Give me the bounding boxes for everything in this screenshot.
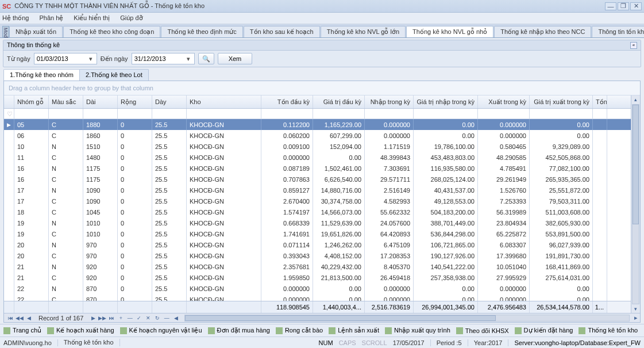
filter-nhaptk[interactable]	[365, 109, 414, 119]
bottomnav-6[interactable]: Nhập xuất quy trình	[385, 327, 450, 334]
nav-collapse-icon[interactable]: —	[163, 315, 171, 322]
tab-3[interactable]: Tồn kho sau kế hoạch	[244, 26, 320, 37]
table-row[interactable]: 18C1045025.5KHOCĐ-GN1.57419714,566,073.0…	[4, 206, 631, 217]
col-mau-sac[interactable]: Màu sắc	[49, 95, 83, 108]
filter-rong[interactable]	[118, 109, 152, 119]
menu-giupdo[interactable]: Giúp đỡ	[120, 14, 142, 22]
col-dai[interactable]: Dài	[83, 95, 118, 108]
col-rong[interactable]: Rộng	[118, 95, 152, 108]
vertical-scrollbar[interactable]: ▴ ▾	[631, 95, 640, 313]
filter-dai[interactable]	[83, 109, 118, 119]
col-xuat-trong-ky[interactable]: Xuất trong kỳ	[478, 95, 530, 108]
filter-funnel-icon[interactable]: ♡	[4, 109, 14, 119]
col-ton-cuoi[interactable]: Tồn c	[593, 95, 607, 108]
filter-day[interactable]	[152, 109, 187, 119]
search-icon-button[interactable]: 🔍	[198, 53, 214, 64]
table-row[interactable]: 21C920025.5KHOCĐ-GN1.95985021,813,500.00…	[4, 272, 631, 283]
close-button[interactable]: ✕	[630, 2, 642, 10]
filter-collapse-button[interactable]: «	[630, 42, 637, 49]
table-row[interactable]: 19N1010025.5KHOCĐ-GN0.66833911,529,639.0…	[4, 217, 631, 228]
to-date-input[interactable]: 31/12/2013 ▾	[132, 53, 195, 64]
filter-tondk[interactable]	[261, 109, 313, 119]
minimize-button[interactable]: —	[605, 2, 616, 10]
col-day[interactable]: Dày	[152, 95, 187, 108]
table-row[interactable]: 20N970025.5KHOCĐ-GN0.0711141,246,262.006…	[4, 239, 631, 250]
table-row[interactable]: ▶05C1880025.5KHOCĐ-GN0.1122001,165,229.0…	[4, 119, 631, 130]
nav-last-icon[interactable]: ⏭	[107, 315, 115, 322]
h-scroll-track[interactable]	[184, 315, 630, 322]
table-row[interactable]: 22N870025.5KHOCĐ-GN0.0000000.000.0000000…	[4, 283, 631, 294]
bottomnav-2[interactable]: Kế hoạch nguyên vật liệu	[120, 327, 202, 334]
tab-1[interactable]: Thống kê theo kho công đoạn	[63, 26, 160, 37]
nav-add-icon[interactable]: +	[117, 315, 125, 322]
nav-check-icon[interactable]: ✓	[135, 315, 143, 322]
tab-4[interactable]: Thống kê kho NVL gỗ lớn	[321, 26, 406, 37]
menu-kieuhienthi[interactable]: Kiểu hiển thị	[74, 14, 110, 22]
v-scroll-thumb[interactable]	[633, 105, 639, 224]
bottomnav-5[interactable]: Lệnh sản xuất	[329, 327, 379, 334]
nav-refresh-icon[interactable]: ↻	[153, 315, 161, 322]
tab-2[interactable]: Thống kê theo định mức	[161, 26, 242, 37]
filter-gtntk[interactable]	[414, 109, 478, 119]
scroll-down-icon[interactable]: ▾	[631, 305, 640, 313]
table-row[interactable]: 22C870025.5KHOCĐ-GN0.0000000.000.0000000…	[4, 294, 631, 301]
table-row[interactable]: 06C1860025.5KHOCĐ-GN0.060200607,299.000.…	[4, 130, 631, 141]
from-date-dropdown-icon[interactable]: ▾	[87, 55, 94, 63]
filter-gtxtk[interactable]	[530, 109, 593, 119]
nav-first-icon[interactable]: ⏮	[6, 315, 14, 322]
subtab-theo-nhom[interactable]: 1.Thống kê theo nhóm	[3, 69, 80, 81]
table-row[interactable]: 11C1480025.5KHOCĐ-GN0.0000000.0048.39984…	[4, 152, 631, 163]
table-row[interactable]: 16N1175025.5KHOCĐ-GN0.0871891,502,461.00…	[4, 163, 631, 174]
table-row[interactable]: 19C1010025.5KHOCĐ-GN1.74169119,651,826.0…	[4, 228, 631, 239]
table-row[interactable]: 17N1090025.5KHOCĐ-GN0.85912714,880,716.0…	[4, 185, 631, 196]
filter-nhom[interactable]	[14, 109, 49, 119]
menu-hethong[interactable]: Hệ thống	[2, 14, 29, 22]
table-row[interactable]: 20C970025.5KHOCĐ-GN0.3930434,408,152.001…	[4, 250, 631, 261]
subtab-theo-lot[interactable]: 2.Thống kê theo Lot	[79, 69, 149, 81]
table-row[interactable]: 10N1510025.5KHOCĐ-GN0.009100152,094.001.…	[4, 141, 631, 152]
col-gia-tri-nhap[interactable]: Giá trị nhập trong kỳ	[414, 95, 478, 108]
to-date-dropdown-icon[interactable]: ▾	[185, 55, 192, 63]
filter-gtdk[interactable]	[313, 109, 365, 119]
tab-5[interactable]: Thống kê kho NVL gỗ nhỏ	[406, 26, 493, 37]
nav-prev-icon[interactable]: ◀	[25, 315, 33, 322]
col-ton-dau-ky[interactable]: Tồn đầu kỳ	[261, 95, 313, 108]
col-nhap-trong-ky[interactable]: Nhập trong kỳ	[365, 95, 414, 108]
tab-6[interactable]: Thống kê nhập kho theo NCC	[494, 26, 591, 37]
col-gia-tri-xuat[interactable]: Giá trị xuất trong kỳ	[530, 95, 593, 108]
grid-body[interactable]: ▶05C1880025.5KHOCĐ-GN0.1122001,165,229.0…	[4, 119, 631, 301]
filter-xuattk[interactable]	[478, 109, 530, 119]
col-gia-tri-dau-ky[interactable]: Giá trị đầu kỳ	[313, 95, 365, 108]
xem-button[interactable]: Xem	[218, 53, 253, 64]
table-row[interactable]: 21N920025.5KHOCĐ-GN2.35768140,229,432.00…	[4, 261, 631, 272]
filter-ton[interactable]	[593, 109, 607, 119]
restore-button[interactable]: ❐	[618, 2, 629, 10]
filter-kho[interactable]	[187, 109, 261, 119]
from-date-input[interactable]: 01/03/2013 ▾	[34, 53, 97, 64]
h-scroll-right-icon[interactable]: ▸	[632, 314, 640, 322]
bottomnav-8[interactable]: Dự kiến đặt hàng	[515, 327, 573, 334]
group-by-hint[interactable]: Drag a column header here to group by th…	[4, 81, 640, 95]
nav-prev-page-icon[interactable]: ◀◀	[16, 315, 24, 322]
table-row[interactable]: 17C1090025.5KHOCĐ-GN2.67040030,374,758.0…	[4, 196, 631, 206]
bottomnav-1[interactable]: Kế hoạch xuất hàng	[47, 327, 114, 334]
bottomnav-9[interactable]: Thống kê tồn kho	[579, 327, 638, 334]
col-nhom-go[interactable]: Nhóm gỗ	[14, 95, 49, 108]
tab-0[interactable]: Nhập xuất tồn	[9, 26, 63, 37]
sidebar-modules-tab[interactable]: Modules	[2, 26, 9, 37]
nav-next-icon[interactable]: ▶	[89, 315, 97, 322]
nav-cancel-icon[interactable]: ✕	[144, 315, 152, 322]
bottomnav-4[interactable]: Rong cắt bào	[276, 327, 323, 334]
h-scroll-thumb[interactable]	[185, 315, 496, 321]
bottomnav-7[interactable]: Theo dõi KHSX	[456, 327, 509, 334]
col-indicator[interactable]	[4, 95, 14, 108]
nav-delete-icon[interactable]: —	[126, 315, 134, 322]
scroll-up-icon[interactable]: ▴	[631, 95, 640, 104]
bottomnav-3[interactable]: Đơn đặt mua hàng	[208, 327, 270, 334]
tab-7[interactable]: Thông tin tồn kho	[592, 26, 644, 37]
menu-phanhe[interactable]: Phân hệ	[39, 14, 63, 22]
table-row[interactable]: 16C1175025.5KHOCĐ-GN0.7078636,626,540.00…	[4, 174, 631, 185]
bottomnav-0[interactable]: Trang chủ	[3, 327, 41, 334]
nav-left-icon[interactable]: ◀	[172, 315, 180, 322]
col-kho[interactable]: Kho	[187, 95, 261, 108]
